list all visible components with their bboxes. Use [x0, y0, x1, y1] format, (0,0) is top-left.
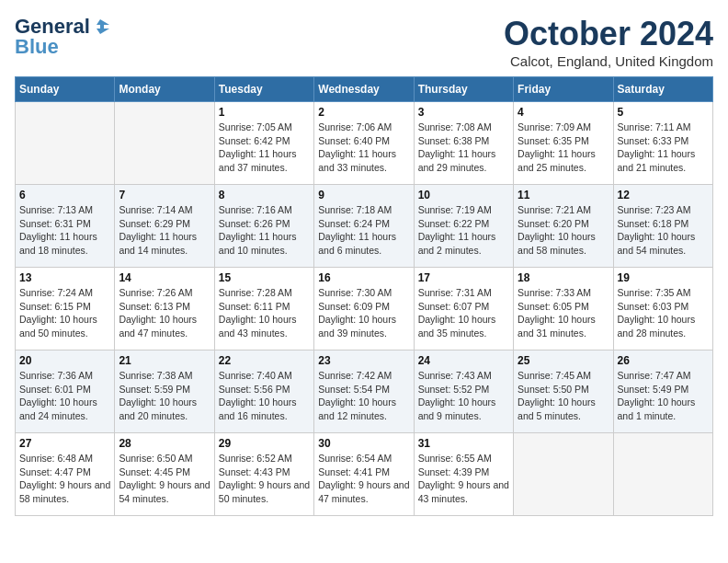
day-number: 25	[518, 354, 609, 367]
calendar-day-cell: 18Sunrise: 7:33 AMSunset: 6:05 PMDayligh…	[514, 268, 613, 350]
calendar-day-cell: 10Sunrise: 7:19 AMSunset: 6:22 PMDayligh…	[414, 185, 513, 268]
day-info: Sunrise: 7:28 AMSunset: 6:11 PMDaylight:…	[219, 286, 310, 340]
day-number: 12	[618, 189, 709, 201]
calendar-day-cell: 11Sunrise: 7:21 AMSunset: 6:20 PMDayligh…	[514, 185, 613, 268]
weekday-header: Monday	[115, 77, 214, 102]
calendar-day-cell: 6Sunrise: 7:13 AMSunset: 6:31 PMDaylight…	[16, 185, 115, 268]
day-number: 7	[119, 189, 210, 201]
calendar-day-cell: 7Sunrise: 7:14 AMSunset: 6:29 PMDaylight…	[115, 185, 214, 268]
calendar-day-cell	[613, 433, 712, 516]
calendar-day-cell: 26Sunrise: 7:47 AMSunset: 5:49 PMDayligh…	[613, 350, 712, 433]
day-info: Sunrise: 7:43 AMSunset: 5:52 PMDaylight:…	[418, 369, 509, 423]
day-number: 14	[119, 271, 210, 284]
day-info: Sunrise: 7:42 AMSunset: 5:54 PMDaylight:…	[318, 369, 409, 423]
calendar-day-cell: 9Sunrise: 7:18 AMSunset: 6:24 PMDaylight…	[314, 185, 414, 268]
day-number: 5	[618, 106, 709, 119]
day-number: 31	[418, 437, 509, 450]
day-number: 19	[618, 271, 709, 284]
day-number: 28	[119, 437, 210, 450]
calendar-day-cell: 22Sunrise: 7:40 AMSunset: 5:56 PMDayligh…	[214, 350, 313, 433]
calendar-day-cell: 27Sunrise: 6:48 AMSunset: 4:47 PMDayligh…	[16, 433, 115, 516]
day-number: 21	[119, 354, 210, 367]
day-info: Sunrise: 7:45 AMSunset: 5:50 PMDaylight:…	[518, 369, 609, 423]
day-info: Sunrise: 7:38 AMSunset: 5:59 PMDaylight:…	[119, 369, 210, 423]
calendar-day-cell: 3Sunrise: 7:08 AMSunset: 6:38 PMDaylight…	[414, 102, 513, 185]
calendar-day-cell: 5Sunrise: 7:11 AMSunset: 6:33 PMDaylight…	[613, 102, 712, 185]
day-info: Sunrise: 7:14 AMSunset: 6:29 PMDaylight:…	[119, 203, 210, 258]
day-info: Sunrise: 7:23 AMSunset: 6:18 PMDaylight:…	[618, 203, 709, 258]
day-number: 24	[418, 354, 509, 367]
weekday-header: Wednesday	[314, 77, 414, 102]
calendar-day-cell: 20Sunrise: 7:36 AMSunset: 6:01 PMDayligh…	[16, 350, 115, 433]
calendar-week-row: 1Sunrise: 7:05 AMSunset: 6:42 PMDaylight…	[16, 102, 713, 185]
calendar-day-cell	[514, 433, 613, 516]
day-info: Sunrise: 6:52 AMSunset: 4:43 PMDaylight:…	[219, 452, 310, 506]
weekday-header: Tuesday	[214, 77, 313, 102]
day-info: Sunrise: 7:06 AMSunset: 6:40 PMDaylight:…	[318, 121, 409, 175]
day-number: 4	[518, 106, 609, 119]
calendar-table: SundayMondayTuesdayWednesdayThursdayFrid…	[15, 76, 713, 516]
calendar-week-row: 27Sunrise: 6:48 AMSunset: 4:47 PMDayligh…	[16, 433, 713, 516]
day-info: Sunrise: 7:24 AMSunset: 6:15 PMDaylight:…	[19, 286, 110, 340]
day-info: Sunrise: 6:50 AMSunset: 4:45 PMDaylight:…	[119, 452, 210, 506]
day-info: Sunrise: 7:33 AMSunset: 6:05 PMDaylight:…	[518, 286, 609, 340]
day-info: Sunrise: 7:31 AMSunset: 6:07 PMDaylight:…	[418, 286, 509, 340]
calendar-day-cell: 17Sunrise: 7:31 AMSunset: 6:07 PMDayligh…	[414, 268, 513, 350]
calendar-day-cell: 24Sunrise: 7:43 AMSunset: 5:52 PMDayligh…	[414, 350, 513, 433]
day-number: 6	[19, 189, 110, 201]
day-number: 26	[618, 354, 709, 367]
logo-bird-icon	[91, 17, 109, 36]
day-info: Sunrise: 7:05 AMSunset: 6:42 PMDaylight:…	[219, 121, 310, 175]
logo: General Blue	[15, 15, 110, 59]
calendar-day-cell: 12Sunrise: 7:23 AMSunset: 6:18 PMDayligh…	[613, 185, 712, 268]
day-number: 22	[219, 354, 310, 367]
weekday-header: Thursday	[414, 77, 513, 102]
day-info: Sunrise: 6:55 AMSunset: 4:39 PMDaylight:…	[418, 452, 509, 506]
calendar-day-cell: 23Sunrise: 7:42 AMSunset: 5:54 PMDayligh…	[314, 350, 414, 433]
calendar-day-cell: 8Sunrise: 7:16 AMSunset: 6:26 PMDaylight…	[214, 185, 313, 268]
day-number: 29	[219, 437, 310, 450]
calendar-day-cell: 25Sunrise: 7:45 AMSunset: 5:50 PMDayligh…	[514, 350, 613, 433]
page-header: General Blue October 2024 Calcot, Englan…	[15, 15, 713, 69]
calendar-day-cell: 28Sunrise: 6:50 AMSunset: 4:45 PMDayligh…	[115, 433, 214, 516]
day-number: 2	[318, 106, 409, 119]
calendar-week-row: 6Sunrise: 7:13 AMSunset: 6:31 PMDaylight…	[16, 185, 713, 268]
day-info: Sunrise: 7:36 AMSunset: 6:01 PMDaylight:…	[19, 369, 110, 423]
calendar-day-cell: 15Sunrise: 7:28 AMSunset: 6:11 PMDayligh…	[214, 268, 313, 350]
day-info: Sunrise: 6:54 AMSunset: 4:41 PMDaylight:…	[318, 452, 409, 506]
location: Calcot, England, United Kingdom	[504, 53, 713, 69]
day-info: Sunrise: 7:26 AMSunset: 6:13 PMDaylight:…	[119, 286, 210, 340]
day-info: Sunrise: 7:11 AMSunset: 6:33 PMDaylight:…	[618, 121, 709, 175]
day-number: 23	[318, 354, 409, 367]
weekday-header-row: SundayMondayTuesdayWednesdayThursdayFrid…	[16, 77, 713, 102]
day-number: 1	[219, 106, 310, 119]
weekday-header: Sunday	[16, 77, 115, 102]
calendar-day-cell: 29Sunrise: 6:52 AMSunset: 4:43 PMDayligh…	[214, 433, 313, 516]
day-number: 3	[418, 106, 509, 119]
svg-marker-0	[97, 19, 109, 34]
day-info: Sunrise: 7:35 AMSunset: 6:03 PMDaylight:…	[618, 286, 709, 340]
day-info: Sunrise: 6:48 AMSunset: 4:47 PMDaylight:…	[19, 452, 110, 506]
day-number: 15	[219, 271, 310, 284]
day-number: 17	[418, 271, 509, 284]
day-info: Sunrise: 7:08 AMSunset: 6:38 PMDaylight:…	[418, 121, 509, 175]
day-info: Sunrise: 7:16 AMSunset: 6:26 PMDaylight:…	[219, 203, 310, 258]
calendar-week-row: 20Sunrise: 7:36 AMSunset: 6:01 PMDayligh…	[16, 350, 713, 433]
calendar-day-cell	[16, 102, 115, 185]
day-number: 27	[19, 437, 110, 450]
weekday-header: Friday	[514, 77, 613, 102]
day-number: 16	[318, 271, 409, 284]
day-number: 20	[19, 354, 110, 367]
day-number: 9	[318, 189, 409, 201]
day-info: Sunrise: 7:19 AMSunset: 6:22 PMDaylight:…	[418, 203, 509, 258]
day-number: 18	[518, 271, 609, 284]
calendar-day-cell: 16Sunrise: 7:30 AMSunset: 6:09 PMDayligh…	[314, 268, 414, 350]
calendar-day-cell: 19Sunrise: 7:35 AMSunset: 6:03 PMDayligh…	[613, 268, 712, 350]
day-info: Sunrise: 7:13 AMSunset: 6:31 PMDaylight:…	[19, 203, 110, 258]
day-number: 11	[518, 189, 609, 201]
day-number: 30	[318, 437, 409, 450]
logo-blue: Blue	[15, 35, 59, 59]
day-number: 8	[219, 189, 310, 201]
calendar-day-cell: 14Sunrise: 7:26 AMSunset: 6:13 PMDayligh…	[115, 268, 214, 350]
day-info: Sunrise: 7:47 AMSunset: 5:49 PMDaylight:…	[618, 369, 709, 423]
